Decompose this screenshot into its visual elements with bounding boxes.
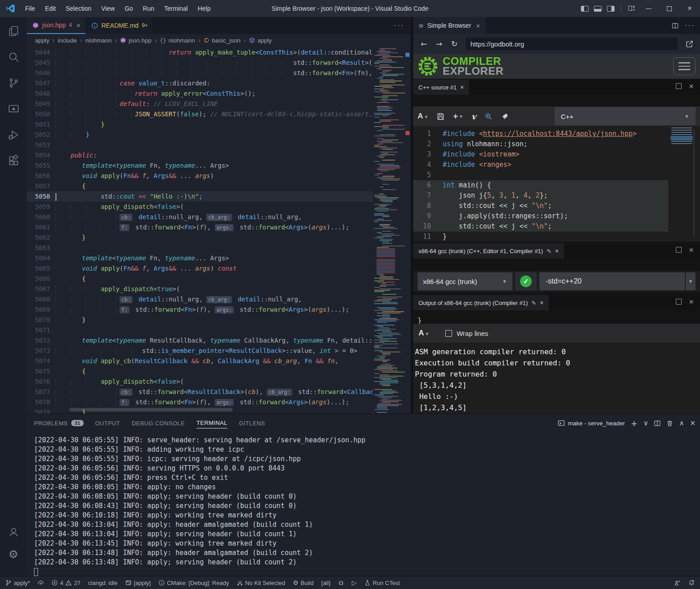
- status-cmake-build[interactable]: ⚙Build: [293, 580, 313, 586]
- status-cmake-status[interactable]: CMake: [Debug]: Ready: [158, 580, 229, 586]
- reload-icon[interactable]: ↻: [448, 38, 461, 50]
- close-icon[interactable]: ×: [540, 299, 543, 306]
- close-pane-icon[interactable]: ×: [689, 83, 694, 89]
- close-icon[interactable]: ×: [77, 21, 81, 29]
- maximize-panel-icon[interactable]: ∧: [679, 419, 684, 427]
- maximize-pane-icon[interactable]: [676, 247, 682, 253]
- breadcrumb-item-basic_json[interactable]: basic_json: [204, 37, 241, 44]
- tab-json-hpp[interactable]: json.hpp4×: [27, 17, 86, 34]
- terminal-instance-select[interactable]: make - serve_header: [558, 420, 625, 427]
- panel-tab-output[interactable]: OUTPUT: [95, 418, 120, 428]
- horizontal-scrollbar[interactable]: [69, 408, 233, 411]
- panel-tab-problems[interactable]: PROBLEMS31: [34, 418, 84, 428]
- customize-layout-icon[interactable]: [628, 5, 635, 12]
- menu-edit[interactable]: Edit: [41, 3, 60, 14]
- close-icon[interactable]: ×: [555, 247, 559, 254]
- minimap[interactable]: [373, 47, 405, 414]
- font-size-button[interactable]: A▼: [418, 329, 429, 338]
- menu-terminal[interactable]: Terminal: [160, 3, 192, 14]
- wrap-lines-checkbox[interactable]: [445, 330, 452, 337]
- code-editor[interactable]: 5044 return apply_make_tuple<ConstThis>(…: [27, 47, 410, 414]
- status-cmake-target[interactable]: [all]: [321, 580, 330, 586]
- search-icon[interactable]: [7, 50, 20, 64]
- close-button[interactable]: ×: [679, 0, 700, 17]
- split-terminal-icon[interactable]: [654, 420, 661, 427]
- panel-tab-debug-console[interactable]: DEBUG CONSOLE: [132, 418, 185, 428]
- breadcrumb-item-include[interactable]: include: [58, 37, 77, 44]
- back-icon[interactable]: ←: [418, 38, 430, 50]
- breadcrumb-item-apply[interactable]: apply: [249, 37, 272, 44]
- accounts-icon[interactable]: [7, 525, 20, 538]
- toggle-secondary-sidebar-icon[interactable]: [607, 6, 615, 12]
- tab-readme-md[interactable]: README.md9+: [86, 17, 154, 34]
- zoom-icon[interactable]: [484, 112, 493, 121]
- breadcrumb-item-nlohmann[interactable]: {}nlohmann: [160, 37, 195, 44]
- font-size-button[interactable]: A▼: [418, 112, 428, 121]
- close-pane-icon[interactable]: ×: [689, 299, 694, 305]
- panel-tab-terminal[interactable]: TERMINAL: [196, 418, 227, 428]
- menu-help[interactable]: Help: [193, 3, 215, 14]
- language-select[interactable]: C++ ▼: [555, 107, 696, 125]
- run-debug-icon[interactable]: [7, 128, 20, 141]
- godbolt-source-editor[interactable]: 1#include <https://localhost:8443/apply/…: [413, 126, 668, 242]
- url-input[interactable]: https://godbolt.org: [466, 38, 678, 50]
- menu-file[interactable]: File: [21, 3, 40, 14]
- maximize-pane-icon[interactable]: [676, 83, 682, 89]
- status-cmake-folder[interactable]: [apply]: [125, 580, 151, 586]
- more-actions-icon[interactable]: ···: [685, 21, 695, 30]
- status-cmake-kit[interactable]: No Kit Selected: [237, 580, 286, 586]
- breadcrumb-item-apply[interactable]: apply: [35, 37, 49, 44]
- close-icon[interactable]: ×: [476, 22, 480, 30]
- toggle-panel-icon[interactable]: [594, 6, 602, 12]
- status-run-ctest[interactable]: Run CTest: [364, 580, 400, 586]
- breadcrumb-item-nlohmann[interactable]: nlohmann: [85, 37, 111, 44]
- rename-icon[interactable]: ✎: [531, 300, 536, 306]
- status-git-branch[interactable]: apply*: [5, 580, 30, 586]
- breadcrumb-item-json.hpp[interactable]: json.hpp: [120, 37, 151, 44]
- source-pane-tab[interactable]: C++ source #1 ×: [413, 80, 469, 95]
- maximize-pane-icon[interactable]: [676, 299, 682, 305]
- menu-selection[interactable]: Selection: [61, 3, 96, 14]
- close-icon[interactable]: ×: [460, 84, 464, 91]
- maximize-button[interactable]: [659, 0, 679, 17]
- vim-mode-icon[interactable]: v: [471, 112, 476, 121]
- menu-go[interactable]: Go: [120, 3, 137, 14]
- minimize-button[interactable]: [638, 0, 659, 17]
- split-editor-icon[interactable]: [672, 22, 679, 29]
- kill-terminal-icon[interactable]: [666, 420, 673, 427]
- menu-run[interactable]: Run: [138, 3, 159, 14]
- status-problems[interactable]: 427: [51, 580, 81, 586]
- status-notifications[interactable]: [688, 580, 695, 586]
- editor-more-actions-icon[interactable]: ···: [394, 17, 410, 34]
- status-publish-changes[interactable]: [38, 580, 44, 586]
- status-cmake-launch[interactable]: ▷: [352, 580, 357, 586]
- cmake-panel-icon[interactable]: [7, 102, 20, 115]
- rename-icon[interactable]: ✎: [546, 248, 551, 254]
- extensions-icon[interactable]: [7, 154, 20, 167]
- close-pane-icon[interactable]: ×: [689, 247, 694, 253]
- save-icon[interactable]: [436, 112, 445, 121]
- status-feedback[interactable]: [674, 580, 680, 586]
- options-dropdown-icon[interactable]: ▼: [686, 272, 696, 290]
- hamburger-menu-icon[interactable]: [673, 57, 696, 75]
- output-pane-tab[interactable]: Output of x86-64 gcc (trunk) (Compiler #…: [413, 295, 549, 310]
- compiler-pane-tab[interactable]: x86-64 gcc (trunk) (C++, Editor #1, Comp…: [413, 243, 564, 258]
- toggle-sidebar-icon[interactable]: [581, 6, 589, 12]
- open-external-icon[interactable]: [683, 38, 696, 50]
- menu-view[interactable]: View: [97, 3, 119, 14]
- status-cmake-debug[interactable]: [338, 580, 344, 586]
- source-control-icon[interactable]: [7, 76, 20, 89]
- status-clangd-status[interactable]: clangd: idle: [88, 580, 118, 586]
- explorer-icon[interactable]: [7, 24, 20, 38]
- compiler-select[interactable]: x86-64 gcc (trunk) ▼: [418, 272, 512, 290]
- settings-icon[interactable]: ⚙: [7, 547, 20, 561]
- godbolt-scrollbar[interactable]: [693, 130, 695, 237]
- terminal-output[interactable]: [2022-04-30 06:05:55] INFO: serve_header…: [27, 432, 700, 576]
- panel-tab-gitlens[interactable]: GITLENS: [239, 418, 265, 428]
- forward-icon[interactable]: →: [433, 38, 445, 50]
- close-panel-icon[interactable]: ×: [690, 419, 696, 427]
- add-pane-button[interactable]: +▼: [453, 111, 463, 121]
- new-terminal-icon[interactable]: +: [631, 419, 637, 428]
- tab-simple-browser[interactable]: ≡ Simple Browser ×: [413, 17, 486, 34]
- external-tool-icon[interactable]: [501, 112, 509, 121]
